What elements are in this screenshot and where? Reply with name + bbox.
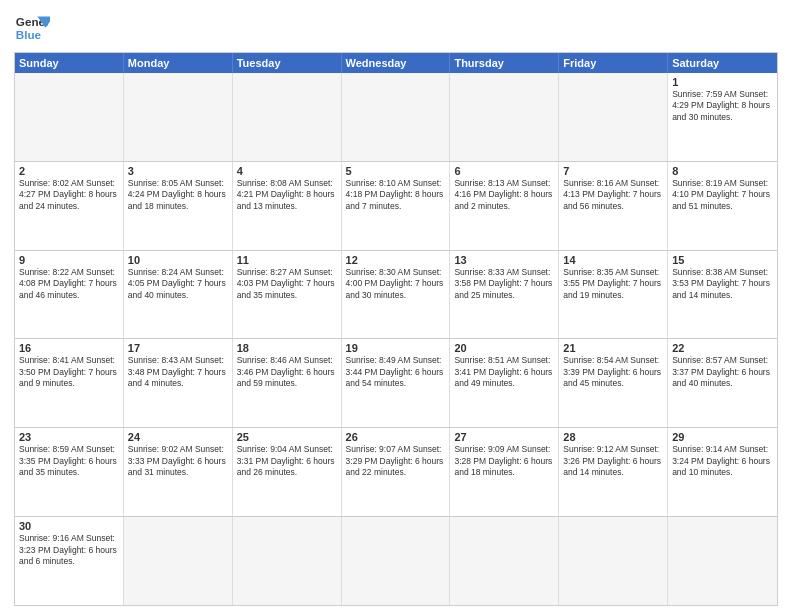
sun-info: Sunrise: 9:12 AM Sunset: 3:26 PM Dayligh… xyxy=(563,444,663,478)
sun-info: Sunrise: 8:13 AM Sunset: 4:16 PM Dayligh… xyxy=(454,178,554,212)
day-number: 16 xyxy=(19,342,119,354)
logo-icon: General Blue xyxy=(14,10,50,46)
calendar-row-4: 23Sunrise: 8:59 AM Sunset: 3:35 PM Dayli… xyxy=(15,427,777,516)
day-number: 13 xyxy=(454,254,554,266)
cal-cell: 25Sunrise: 9:04 AM Sunset: 3:31 PM Dayli… xyxy=(233,428,342,516)
weekday-header-monday: Monday xyxy=(124,53,233,73)
cal-cell: 26Sunrise: 9:07 AM Sunset: 3:29 PM Dayli… xyxy=(342,428,451,516)
cal-cell xyxy=(124,517,233,605)
sun-info: Sunrise: 9:16 AM Sunset: 3:23 PM Dayligh… xyxy=(19,533,119,567)
weekday-header-thursday: Thursday xyxy=(450,53,559,73)
day-number: 15 xyxy=(672,254,773,266)
cal-cell xyxy=(342,517,451,605)
sun-info: Sunrise: 8:35 AM Sunset: 3:55 PM Dayligh… xyxy=(563,267,663,301)
sun-info: Sunrise: 8:57 AM Sunset: 3:37 PM Dayligh… xyxy=(672,355,773,389)
cal-cell: 14Sunrise: 8:35 AM Sunset: 3:55 PM Dayli… xyxy=(559,251,668,339)
cal-cell: 12Sunrise: 8:30 AM Sunset: 4:00 PM Dayli… xyxy=(342,251,451,339)
sun-info: Sunrise: 8:54 AM Sunset: 3:39 PM Dayligh… xyxy=(563,355,663,389)
cal-cell xyxy=(233,73,342,161)
sun-info: Sunrise: 9:04 AM Sunset: 3:31 PM Dayligh… xyxy=(237,444,337,478)
cal-cell xyxy=(15,73,124,161)
sun-info: Sunrise: 8:51 AM Sunset: 3:41 PM Dayligh… xyxy=(454,355,554,389)
calendar-row-2: 9Sunrise: 8:22 AM Sunset: 4:08 PM Daylig… xyxy=(15,250,777,339)
day-number: 22 xyxy=(672,342,773,354)
sun-info: Sunrise: 8:24 AM Sunset: 4:05 PM Dayligh… xyxy=(128,267,228,301)
header: General Blue xyxy=(14,10,778,46)
day-number: 8 xyxy=(672,165,773,177)
sun-info: Sunrise: 8:33 AM Sunset: 3:58 PM Dayligh… xyxy=(454,267,554,301)
cal-cell xyxy=(124,73,233,161)
day-number: 21 xyxy=(563,342,663,354)
cal-cell: 11Sunrise: 8:27 AM Sunset: 4:03 PM Dayli… xyxy=(233,251,342,339)
cal-cell: 18Sunrise: 8:46 AM Sunset: 3:46 PM Dayli… xyxy=(233,339,342,427)
sun-info: Sunrise: 8:22 AM Sunset: 4:08 PM Dayligh… xyxy=(19,267,119,301)
day-number: 18 xyxy=(237,342,337,354)
day-number: 30 xyxy=(19,520,119,532)
sun-info: Sunrise: 8:16 AM Sunset: 4:13 PM Dayligh… xyxy=(563,178,663,212)
sun-info: Sunrise: 8:43 AM Sunset: 3:48 PM Dayligh… xyxy=(128,355,228,389)
cal-cell: 22Sunrise: 8:57 AM Sunset: 3:37 PM Dayli… xyxy=(668,339,777,427)
cal-cell: 16Sunrise: 8:41 AM Sunset: 3:50 PM Dayli… xyxy=(15,339,124,427)
day-number: 1 xyxy=(672,76,773,88)
sun-info: Sunrise: 8:49 AM Sunset: 3:44 PM Dayligh… xyxy=(346,355,446,389)
sun-info: Sunrise: 7:59 AM Sunset: 4:29 PM Dayligh… xyxy=(672,89,773,123)
day-number: 10 xyxy=(128,254,228,266)
day-number: 4 xyxy=(237,165,337,177)
cal-cell: 9Sunrise: 8:22 AM Sunset: 4:08 PM Daylig… xyxy=(15,251,124,339)
sun-info: Sunrise: 8:27 AM Sunset: 4:03 PM Dayligh… xyxy=(237,267,337,301)
cal-cell: 13Sunrise: 8:33 AM Sunset: 3:58 PM Dayli… xyxy=(450,251,559,339)
cal-cell: 23Sunrise: 8:59 AM Sunset: 3:35 PM Dayli… xyxy=(15,428,124,516)
cal-cell: 19Sunrise: 8:49 AM Sunset: 3:44 PM Dayli… xyxy=(342,339,451,427)
calendar-row-0: 1Sunrise: 7:59 AM Sunset: 4:29 PM Daylig… xyxy=(15,73,777,161)
sun-info: Sunrise: 9:09 AM Sunset: 3:28 PM Dayligh… xyxy=(454,444,554,478)
sun-info: Sunrise: 8:46 AM Sunset: 3:46 PM Dayligh… xyxy=(237,355,337,389)
day-number: 17 xyxy=(128,342,228,354)
calendar-row-1: 2Sunrise: 8:02 AM Sunset: 4:27 PM Daylig… xyxy=(15,161,777,250)
weekday-header-saturday: Saturday xyxy=(668,53,777,73)
day-number: 20 xyxy=(454,342,554,354)
sun-info: Sunrise: 9:02 AM Sunset: 3:33 PM Dayligh… xyxy=(128,444,228,478)
day-number: 9 xyxy=(19,254,119,266)
sun-info: Sunrise: 9:14 AM Sunset: 3:24 PM Dayligh… xyxy=(672,444,773,478)
sun-info: Sunrise: 8:41 AM Sunset: 3:50 PM Dayligh… xyxy=(19,355,119,389)
calendar-body: 1Sunrise: 7:59 AM Sunset: 4:29 PM Daylig… xyxy=(15,73,777,605)
cal-cell: 6Sunrise: 8:13 AM Sunset: 4:16 PM Daylig… xyxy=(450,162,559,250)
sun-info: Sunrise: 8:38 AM Sunset: 3:53 PM Dayligh… xyxy=(672,267,773,301)
day-number: 23 xyxy=(19,431,119,443)
sun-info: Sunrise: 8:10 AM Sunset: 4:18 PM Dayligh… xyxy=(346,178,446,212)
day-number: 25 xyxy=(237,431,337,443)
weekday-header-sunday: Sunday xyxy=(15,53,124,73)
day-number: 29 xyxy=(672,431,773,443)
logo: General Blue xyxy=(14,10,50,46)
calendar-row-3: 16Sunrise: 8:41 AM Sunset: 3:50 PM Dayli… xyxy=(15,338,777,427)
cal-cell: 7Sunrise: 8:16 AM Sunset: 4:13 PM Daylig… xyxy=(559,162,668,250)
day-number: 3 xyxy=(128,165,228,177)
weekday-header-wednesday: Wednesday xyxy=(342,53,451,73)
day-number: 14 xyxy=(563,254,663,266)
sun-info: Sunrise: 8:08 AM Sunset: 4:21 PM Dayligh… xyxy=(237,178,337,212)
cal-cell: 8Sunrise: 8:19 AM Sunset: 4:10 PM Daylig… xyxy=(668,162,777,250)
sun-info: Sunrise: 8:59 AM Sunset: 3:35 PM Dayligh… xyxy=(19,444,119,478)
day-number: 26 xyxy=(346,431,446,443)
sun-info: Sunrise: 8:02 AM Sunset: 4:27 PM Dayligh… xyxy=(19,178,119,212)
sun-info: Sunrise: 8:30 AM Sunset: 4:00 PM Dayligh… xyxy=(346,267,446,301)
calendar-header: SundayMondayTuesdayWednesdayThursdayFrid… xyxy=(15,53,777,73)
day-number: 27 xyxy=(454,431,554,443)
cal-cell: 29Sunrise: 9:14 AM Sunset: 3:24 PM Dayli… xyxy=(668,428,777,516)
page: General Blue SundayMondayTuesdayWednesda… xyxy=(0,0,792,612)
cal-cell: 4Sunrise: 8:08 AM Sunset: 4:21 PM Daylig… xyxy=(233,162,342,250)
cal-cell xyxy=(450,517,559,605)
day-number: 7 xyxy=(563,165,663,177)
day-number: 5 xyxy=(346,165,446,177)
sun-info: Sunrise: 8:19 AM Sunset: 4:10 PM Dayligh… xyxy=(672,178,773,212)
cal-cell xyxy=(450,73,559,161)
cal-cell: 17Sunrise: 8:43 AM Sunset: 3:48 PM Dayli… xyxy=(124,339,233,427)
cal-cell: 20Sunrise: 8:51 AM Sunset: 3:41 PM Dayli… xyxy=(450,339,559,427)
cal-cell: 3Sunrise: 8:05 AM Sunset: 4:24 PM Daylig… xyxy=(124,162,233,250)
cal-cell: 28Sunrise: 9:12 AM Sunset: 3:26 PM Dayli… xyxy=(559,428,668,516)
day-number: 24 xyxy=(128,431,228,443)
cal-cell: 30Sunrise: 9:16 AM Sunset: 3:23 PM Dayli… xyxy=(15,517,124,605)
cal-cell xyxy=(559,73,668,161)
cal-cell xyxy=(559,517,668,605)
cal-cell: 10Sunrise: 8:24 AM Sunset: 4:05 PM Dayli… xyxy=(124,251,233,339)
